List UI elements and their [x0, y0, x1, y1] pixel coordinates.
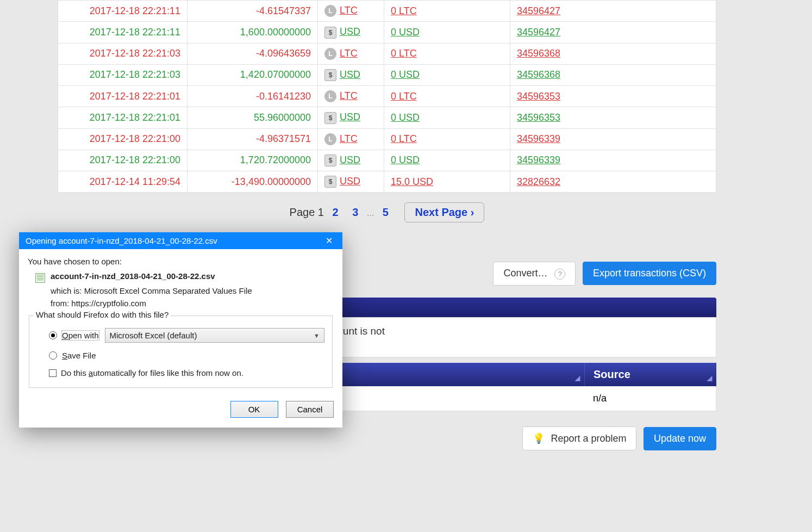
- currency-icon: L: [324, 48, 336, 60]
- cell-amount: -0.16141230: [188, 86, 318, 107]
- dialog-question: What should Firefox do with this file?: [34, 310, 171, 319]
- download-dialog: Opening account-7-in-nzd_2018-04-21_00-2…: [19, 232, 342, 428]
- cell-date: 2017-12-18 22:21:03: [58, 43, 188, 64]
- cell-currency: $USD: [318, 107, 384, 128]
- cell-currency: $USD: [318, 150, 384, 171]
- cell-date: 2017-12-14 11:29:54: [58, 171, 188, 193]
- currency-icon: $: [324, 69, 336, 81]
- reference-link[interactable]: 34596339: [517, 154, 560, 165]
- page-link-2[interactable]: 2: [333, 206, 339, 219]
- cell-currency: LLTC: [318, 43, 384, 64]
- currency-link[interactable]: USD: [340, 176, 360, 187]
- reference-link[interactable]: 34596368: [517, 48, 560, 59]
- cell-reference: 34596353: [510, 107, 716, 128]
- balance-link[interactable]: 0 LTC: [391, 5, 417, 16]
- balance-link[interactable]: 0 USD: [391, 154, 420, 165]
- ok-button[interactable]: OK: [230, 401, 278, 418]
- cell-date: 2017-12-18 22:21:11: [58, 1, 188, 22]
- table-row: 2017-12-18 22:21:0155.96000000$USD0 USD3…: [58, 107, 716, 128]
- dialog-title: Opening account-7-in-nzd_2018-04-21_00-2…: [26, 236, 217, 245]
- close-icon[interactable]: ✕: [322, 236, 336, 246]
- convert-label: Convert…: [503, 268, 547, 279]
- save-file-label: Save File: [61, 350, 97, 361]
- balance-link[interactable]: 0 LTC: [391, 48, 417, 59]
- currency-link[interactable]: USD: [340, 112, 360, 122]
- cancel-button[interactable]: Cancel: [286, 401, 334, 418]
- currency-icon: L: [324, 5, 336, 17]
- cell-balance: 15.0 USD: [384, 171, 510, 193]
- balance-link[interactable]: 0 USD: [391, 112, 420, 123]
- reference-link[interactable]: 32826632: [517, 176, 560, 187]
- cell-currency: $USD: [318, 64, 384, 85]
- cell-amount: 1,600.00000000: [188, 22, 318, 43]
- page-link-3[interactable]: 3: [352, 206, 358, 219]
- balance-link[interactable]: 0 LTC: [391, 91, 417, 102]
- open-with-value: Microsoft Excel (default): [110, 331, 197, 340]
- reference-link[interactable]: 34596353: [517, 91, 560, 102]
- dialog-which-is: which is: Microsoft Excel Comma Separate…: [51, 286, 334, 295]
- export-csv-button[interactable]: Export transactions (CSV): [583, 262, 716, 285]
- cell-balance: 0 LTC: [384, 1, 510, 22]
- cell-amount: -4.61547337: [188, 1, 318, 22]
- bulb-icon: 💡: [533, 433, 545, 444]
- cell-reference: 32826632: [510, 171, 716, 193]
- dialog-chosen-text: You have chosen to open:: [28, 257, 334, 266]
- cell-currency: LLTC: [318, 86, 384, 107]
- cell-amount: 55.96000000: [188, 107, 318, 128]
- balance-link[interactable]: 0 USD: [391, 69, 420, 80]
- update-now-button[interactable]: Update now: [644, 427, 716, 450]
- convert-button[interactable]: Convert… ?: [493, 262, 576, 286]
- open-with-select[interactable]: Microsoft Excel (default) ▼: [105, 328, 324, 343]
- cell-reference: 34596339: [510, 128, 716, 150]
- cell-balance: 0 USD: [384, 150, 510, 171]
- help-icon[interactable]: ?: [554, 269, 565, 280]
- transactions-table: 2017-12-18 22:21:11-4.61547337LLTC0 LTC3…: [58, 0, 716, 193]
- open-with-label: Open with: [61, 330, 99, 341]
- reference-link[interactable]: 34596339: [517, 133, 560, 144]
- checkbox-icon: [49, 369, 57, 377]
- cell-date: 2017-12-18 22:21:00: [58, 150, 188, 171]
- page-link-5[interactable]: 5: [383, 206, 389, 219]
- cell-amount: 1,420.07000000: [188, 64, 318, 85]
- cell-reference: 34596368: [510, 43, 716, 64]
- currency-link[interactable]: LTC: [340, 133, 358, 144]
- page-current: Page 1: [290, 206, 324, 218]
- table-row: 2017-12-18 22:21:11-4.61547337LLTC0 LTC3…: [58, 1, 716, 22]
- table-row: 2017-12-18 22:21:001,720.72000000$USD0 U…: [58, 150, 716, 171]
- dialog-from: from: https://cryptfolio.com: [51, 299, 334, 308]
- currency-link[interactable]: USD: [340, 154, 360, 165]
- dialog-titlebar[interactable]: Opening account-7-in-nzd_2018-04-21_00-2…: [19, 232, 342, 249]
- save-file-radio[interactable]: Save File: [49, 350, 324, 361]
- currency-link[interactable]: LTC: [340, 90, 358, 101]
- cell-balance: 0 USD: [384, 64, 510, 85]
- chevron-down-icon: ▼: [314, 332, 320, 339]
- currency-link[interactable]: USD: [340, 26, 360, 37]
- reference-link[interactable]: 34596427: [517, 27, 560, 38]
- balance-link[interactable]: 0 LTC: [391, 133, 417, 144]
- cell-reference: 34596368: [510, 64, 716, 85]
- cell-balance: 0 LTC: [384, 43, 510, 64]
- currency-link[interactable]: USD: [340, 69, 360, 80]
- open-with-radio[interactable]: Open with Microsoft Excel (default) ▼: [49, 328, 324, 343]
- radio-icon: [49, 351, 57, 360]
- auto-label: Do this automatically for files like thi…: [61, 368, 243, 378]
- report-problem-button[interactable]: 💡 Report a problem: [522, 426, 636, 450]
- reference-link[interactable]: 34596353: [517, 112, 560, 123]
- cell-reference: 34596427: [510, 1, 716, 22]
- currency-icon: $: [324, 112, 336, 124]
- balance-link[interactable]: 15.0 USD: [391, 176, 433, 187]
- cell-reference: 34596353: [510, 86, 716, 107]
- sort-icon: ◢: [575, 374, 580, 382]
- auto-checkbox[interactable]: Do this automatically for files like thi…: [49, 368, 324, 378]
- currency-icon: $: [324, 176, 336, 188]
- balance-link[interactable]: 0 USD: [391, 27, 420, 38]
- next-page-button[interactable]: Next Page ›: [404, 202, 484, 222]
- currency-link[interactable]: LTC: [340, 5, 358, 16]
- table-row: 2017-12-18 22:21:01-0.16141230LLTC0 LTC3…: [58, 86, 716, 107]
- reference-link[interactable]: 34596368: [517, 69, 560, 80]
- currency-link[interactable]: LTC: [340, 48, 358, 59]
- cell-amount: -4.96371571: [188, 128, 318, 150]
- table-row: 2017-12-18 22:21:111,600.00000000$USD0 U…: [58, 22, 716, 43]
- col-source[interactable]: Source◢: [585, 363, 716, 386]
- reference-link[interactable]: 34596427: [517, 5, 560, 16]
